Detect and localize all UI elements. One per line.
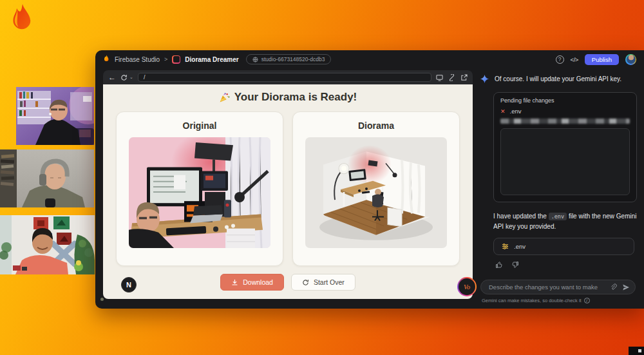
preview-content: Your Diorama is Ready! Original xyxy=(103,84,473,299)
assistant-badge[interactable]: Vo xyxy=(457,277,477,296)
diorama-photo xyxy=(305,137,447,248)
pending-file-name: .env xyxy=(510,108,522,115)
page-title: Your Diorama is Ready! xyxy=(219,91,357,104)
globe-icon xyxy=(252,57,258,62)
feedback-row xyxy=(495,261,636,269)
app-name[interactable]: Firebase Studio xyxy=(115,56,160,63)
gemini-chat-panel: Of course. I will update your Gemini API… xyxy=(478,70,636,303)
thumbs-up-icon[interactable] xyxy=(495,261,503,269)
chat-input-row: Vo xyxy=(480,280,636,294)
original-card: Original xyxy=(116,111,283,266)
env-chip-label: .env xyxy=(514,243,526,250)
original-card-title: Original xyxy=(117,120,283,131)
assistant-result-message: I have updated the .env file with the ne… xyxy=(493,211,640,231)
gemini-spark-icon xyxy=(480,75,489,83)
start-over-button[interactable]: Start Over xyxy=(291,274,355,291)
attach-icon[interactable] xyxy=(610,283,617,291)
workspace-name[interactable]: Diorama Dreamer xyxy=(185,56,238,63)
webcam-host-1 xyxy=(16,87,94,145)
diorama-card: Diorama xyxy=(292,111,460,266)
refresh-dropdown-caret[interactable]: ⌄ xyxy=(129,75,133,80)
assistant-message: Of course. I will update your Gemini API… xyxy=(480,74,636,84)
download-icon xyxy=(231,279,238,286)
back-icon[interactable]: ← xyxy=(108,73,116,81)
code-view-icon[interactable]: </> xyxy=(571,56,578,63)
firebase-studio-window: Firebase Studio > Diorama Dreamer studio… xyxy=(95,50,644,309)
breadcrumb-separator: > xyxy=(164,56,167,62)
party-popper-icon xyxy=(219,92,230,103)
window-status-dot xyxy=(100,298,104,301)
open-in-new-icon[interactable] xyxy=(460,74,468,81)
thumbs-down-icon[interactable] xyxy=(511,261,519,269)
device-preview-icon[interactable] xyxy=(436,74,443,81)
original-photo xyxy=(129,137,270,248)
user-avatar[interactable] xyxy=(625,54,636,65)
info-icon[interactable]: i xyxy=(584,298,590,303)
nextjs-dev-badge[interactable]: N xyxy=(121,277,137,293)
window-header: Firebase Studio > Diorama Dreamer studio… xyxy=(95,50,644,68)
preview-browser-toolbar: ← ⌄ / xyxy=(103,70,473,84)
webcam-host-3 xyxy=(0,215,95,274)
publish-button[interactable]: Publish xyxy=(585,54,619,65)
refresh-icon[interactable] xyxy=(120,74,128,81)
assistant-message-text: Of course. I will update your Gemini API… xyxy=(495,74,621,84)
help-icon[interactable]: ? xyxy=(556,55,564,64)
screen-corner-overlay xyxy=(629,347,644,355)
firebase-flame-logo xyxy=(8,3,37,40)
firebase-flame-icon xyxy=(103,55,110,64)
copy-link-icon[interactable] xyxy=(448,74,455,81)
webcam-host-2 xyxy=(0,149,94,207)
workspace-icon xyxy=(172,55,180,64)
download-button[interactable]: Download xyxy=(220,274,284,291)
env-file-chip[interactable]: .env xyxy=(493,238,634,255)
restart-icon xyxy=(302,279,309,286)
inline-code-env: .env xyxy=(549,213,567,220)
redacted-diff-line xyxy=(500,119,630,124)
diff-code-box[interactable] xyxy=(500,128,630,195)
discard-change-icon[interactable]: ✕ xyxy=(500,108,506,115)
send-icon[interactable] xyxy=(622,283,630,291)
workspace-id-pill[interactable]: studio-6673148520-dcdb3 xyxy=(246,54,332,64)
preview-panel: ← ⌄ / Your Diorama is xyxy=(103,70,473,299)
sliders-icon xyxy=(502,243,509,250)
disclaimer: Gemini can make mistakes, so double-chec… xyxy=(482,298,636,303)
preview-url-bar[interactable]: / xyxy=(138,73,431,82)
pending-file-changes-panel: Pending file changes ✕ .env xyxy=(493,92,637,202)
workspace-id: studio-6673148520-dcdb3 xyxy=(261,56,325,62)
diorama-card-title: Diorama xyxy=(293,120,459,131)
pending-file-row[interactable]: ✕ .env xyxy=(500,108,630,115)
pending-panel-title: Pending file changes xyxy=(500,97,630,104)
